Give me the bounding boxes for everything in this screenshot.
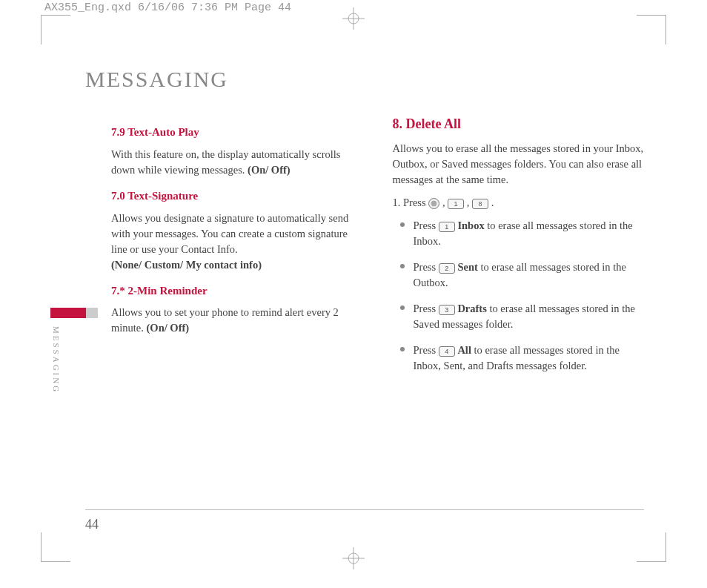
sec-70-body: Allows you designate a signature to auto… (111, 211, 363, 273)
registration-mark-bottom (342, 547, 365, 569)
key-3-icon: 3 (439, 305, 455, 315)
footer-divider (85, 509, 644, 510)
left-column: 7.9 Text-Auto Play With this feature on,… (111, 114, 363, 384)
bullet-all: Press 4 All to erase all messages stored… (400, 343, 645, 374)
right-column: 8. Delete All Allows you to erase all th… (393, 114, 645, 384)
page-title: MESSAGING (85, 67, 644, 92)
key-4-icon: 4 (439, 346, 455, 357)
page-number: 44 (85, 517, 99, 532)
sec-7star-body: Allows you to set your phone to remind a… (111, 305, 363, 336)
nav-key-icon (428, 198, 439, 209)
bullet-inbox: Press 1 Inbox to erase all messages stor… (400, 218, 645, 249)
registration-mark-top (342, 7, 365, 30)
crop-mark-tr (637, 15, 666, 44)
key-1-icon: 1 (439, 222, 455, 232)
side-tab-red (50, 308, 86, 318)
bullet-drafts: Press 3 Drafts to erase all messages sto… (400, 301, 645, 332)
key-1-icon: 1 (448, 199, 464, 209)
sec-8-title: 8. Delete All (393, 114, 645, 133)
sec-70-title: 7.0 Text-Signature (111, 188, 363, 205)
sec-8-step1: 1. Press , 1 , 8 . (393, 195, 645, 211)
sec-79-body: With this feature on, the display automa… (111, 147, 363, 178)
side-label: MESSAGING (52, 326, 61, 394)
sec-79-title: 7.9 Text-Auto Play (111, 125, 363, 141)
crop-mark-tl (41, 15, 70, 44)
bullet-list: Press 1 Inbox to erase all messages stor… (400, 218, 645, 374)
sec-8-intro: Allows you to erase all the messages sto… (393, 141, 645, 188)
key-8-icon: 8 (472, 199, 488, 209)
crop-header: AX355_Eng.qxd 6/16/06 7:36 PM Page 44 (44, 1, 291, 14)
key-2-icon: 2 (439, 263, 455, 274)
crop-mark-br (637, 532, 666, 562)
bullet-sent: Press 2 Sent to erase all messages store… (400, 260, 645, 291)
sec-7star-title: 7.* 2-Min Reminder (111, 283, 363, 300)
page-content: MESSAGING 7.9 Text-Auto Play With this f… (85, 67, 644, 529)
crop-mark-bl (41, 532, 70, 562)
